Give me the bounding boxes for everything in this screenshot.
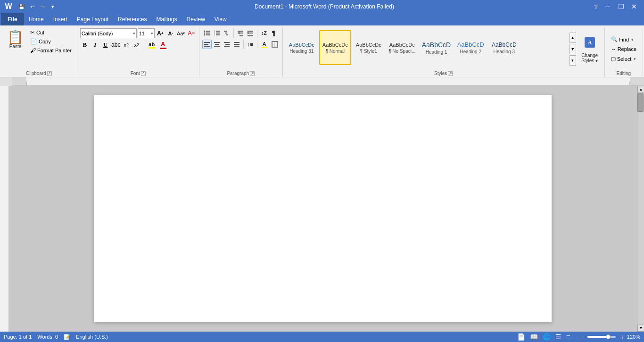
styles-expand[interactable]: ↗ (448, 71, 453, 76)
text-highlight-button[interactable]: ab (147, 40, 157, 50)
undo-button[interactable]: ↩ (27, 2, 37, 11)
justify-button[interactable] (232, 40, 241, 49)
paragraph-group: 1.2.3. ↕Z ¶ (199, 27, 283, 77)
svg-point-0 (204, 31, 205, 32)
document-scroll[interactable] (8, 86, 637, 332)
find-button[interactable]: 🔍 Find ▾ (608, 35, 637, 44)
line-spacing-button[interactable]: ↕≡ (246, 40, 255, 49)
clipboard-label: Clipboard ↗ (4, 71, 74, 76)
replace-button[interactable]: ↔ Replace (608, 45, 640, 53)
bold-button[interactable]: B (80, 40, 90, 50)
styles-more[interactable]: ▾ (570, 55, 576, 66)
page-layout-tab[interactable]: Page Layout (72, 13, 113, 25)
decrease-indent-button[interactable] (236, 28, 245, 38)
zoom-percentage[interactable]: 120% (627, 334, 640, 340)
svg-rect-14 (226, 34, 228, 35)
draft-button[interactable]: ≡ (565, 333, 571, 341)
redo-button[interactable]: ↪ (38, 2, 47, 11)
font-expand[interactable]: ↗ (141, 71, 146, 76)
bullets-button[interactable] (202, 28, 212, 38)
increase-indent-button[interactable] (246, 28, 255, 38)
styles-gallery: AaBbCcDc Heading 31 AaBbCcDc ¶ Normal Aa… (286, 30, 568, 68)
view-tab[interactable]: View (210, 13, 231, 25)
file-tab[interactable]: File (1, 13, 24, 25)
svg-point-4 (204, 34, 205, 36)
scroll-up-button[interactable]: ▲ (637, 86, 644, 93)
style-item-normal[interactable]: AaBbCcDc ¶ Normal (319, 30, 351, 65)
shrink-font-button[interactable]: A- (166, 29, 175, 38)
select-button[interactable]: ▢ Select ▾ (608, 54, 640, 63)
style-item-heading31[interactable]: AaBbCcDc Heading 31 (286, 30, 318, 65)
outline-button[interactable]: ☰ (554, 333, 562, 341)
mailings-tab[interactable]: Mailings (151, 13, 182, 25)
svg-rect-18 (239, 33, 243, 33)
change-case-button[interactable]: Aa▾ (176, 29, 186, 38)
paste-button[interactable]: 📋 Paste (4, 28, 27, 51)
paragraph-expand[interactable]: ↗ (250, 71, 255, 76)
word-icon: W (4, 2, 13, 11)
web-layout-button[interactable]: 🌐 (542, 333, 552, 341)
zoom-in-button[interactable]: + (619, 333, 625, 341)
print-layout-button[interactable]: 📄 (516, 333, 526, 341)
styles-scroll-up[interactable]: ▲ (570, 33, 576, 43)
cut-button[interactable]: ✂ Cut (28, 28, 74, 37)
copy-button[interactable]: 📄 Copy (28, 37, 74, 46)
clipboard-content: 📋 Paste ✂ Cut 📄 Copy 🖌 Format Painter (4, 28, 74, 70)
format-painter-button[interactable]: 🖌 Format Painter (28, 46, 74, 55)
font-color-button[interactable]: A (158, 40, 168, 50)
close-button[interactable]: ✕ (628, 2, 640, 11)
scroll-thumb[interactable] (637, 93, 644, 112)
zoom-slider[interactable] (587, 336, 616, 338)
clipboard-expand[interactable]: ↗ (47, 71, 52, 76)
align-center-button[interactable] (212, 40, 222, 49)
zoom-out-button[interactable]: − (578, 333, 583, 341)
style-preview-heading3: AaBbCcD (492, 42, 517, 48)
style-item-style1[interactable]: AaBbCcDc ¶ Style1 (353, 30, 385, 65)
clear-format-button[interactable]: A✕ (187, 29, 196, 38)
insert-tab[interactable]: Insert (49, 13, 72, 25)
vertical-scrollbar[interactable]: ▲ ▼ (637, 86, 644, 332)
align-left-button[interactable] (202, 40, 212, 49)
subscript-button[interactable]: x2 (122, 40, 131, 50)
ruler-corner[interactable] (0, 77, 12, 86)
font-size-selector[interactable]: 11 ▾ (138, 28, 155, 38)
numbering-button[interactable]: 1.2.3. (212, 28, 222, 38)
multilevel-button[interactable] (222, 28, 231, 38)
scroll-track[interactable] (637, 93, 644, 325)
home-tab[interactable]: Home (24, 13, 49, 25)
superscript-button[interactable]: x2 (132, 40, 141, 50)
styles-scroll-down[interactable]: ▼ (570, 44, 576, 54)
italic-button[interactable]: I (91, 40, 100, 50)
underline-button[interactable]: U (101, 40, 110, 50)
svg-rect-24 (204, 44, 208, 45)
sort-button[interactable]: ↕Z (259, 28, 269, 38)
style-item-heading3[interactable]: AaBbCcD Heading 3 (488, 30, 520, 65)
strikethrough-button[interactable]: abc (111, 40, 121, 50)
clipboard-small-buttons: ✂ Cut 📄 Copy 🖌 Format Painter (28, 28, 74, 55)
help-button[interactable]: ? (591, 2, 601, 11)
shading-bar (261, 47, 268, 48)
borders-button[interactable] (270, 40, 280, 49)
proofing-icon[interactable]: 📝 (64, 334, 70, 340)
grow-font-button[interactable]: A+ (156, 29, 165, 38)
document-page[interactable] (94, 95, 552, 322)
align-right-button[interactable] (222, 40, 231, 49)
svg-text:3.: 3. (214, 33, 215, 36)
style-item-no-spacing[interactable]: AaBbCcDc ¶ No Spaci... (386, 30, 418, 65)
full-reading-button[interactable]: 📖 (529, 333, 539, 341)
scroll-down-button[interactable]: ▼ (637, 325, 644, 332)
language[interactable]: English (U.S.) (76, 334, 108, 340)
references-tab[interactable]: References (113, 13, 151, 25)
customize-button[interactable]: ▾ (48, 2, 58, 11)
style-item-heading1[interactable]: AaBbCcD Heading 1 (420, 30, 453, 65)
minimize-button[interactable]: ─ (602, 2, 614, 11)
change-styles-button[interactable]: A ChangeStyles ▾ (578, 33, 602, 66)
font-name-selector[interactable]: Calibri (Body) ▾ (80, 28, 137, 38)
save-button[interactable]: 💾 (17, 2, 26, 11)
style-preview-style1: AaBbCcDc (356, 42, 381, 48)
shading-button[interactable]: A (259, 40, 270, 49)
style-item-heading2[interactable]: AaBbCcD Heading 2 (454, 30, 487, 65)
restore-button[interactable]: ❐ (615, 2, 627, 11)
review-tab[interactable]: Review (182, 13, 209, 25)
show-marks-button[interactable]: ¶ (269, 28, 279, 38)
